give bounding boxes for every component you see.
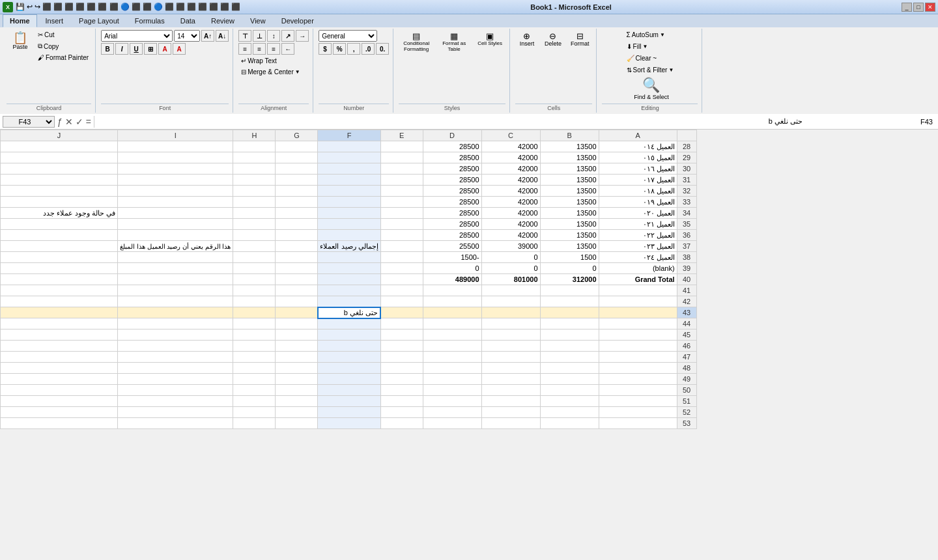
cell-H48[interactable] — [233, 363, 276, 374]
row-number-41[interactable]: 41 — [677, 285, 696, 296]
cell-E40[interactable] — [380, 274, 423, 285]
cell-I39[interactable] — [118, 263, 233, 274]
cell-F49[interactable] — [318, 374, 380, 385]
cell-B34[interactable]: 13500 — [540, 208, 599, 219]
cell-B36[interactable]: 13500 — [540, 230, 599, 241]
cell-B43[interactable] — [540, 307, 599, 318]
cell-E35[interactable] — [380, 219, 423, 230]
conditional-formatting-button[interactable]: ▤ Conditional Formatting — [399, 30, 434, 54]
cell-G32[interactable] — [276, 186, 318, 197]
cell-A40[interactable]: Grand Total — [599, 274, 677, 285]
cell-E51[interactable] — [380, 396, 423, 407]
cell-C53[interactable] — [481, 418, 540, 429]
cancel-formula-btn[interactable]: ✕ — [65, 117, 73, 127]
col-header-F[interactable]: F — [318, 130, 380, 141]
cell-J45[interactable] — [1, 329, 118, 341]
cell-B46[interactable] — [540, 341, 599, 352]
cell-J36[interactable] — [1, 230, 118, 241]
window-controls[interactable]: _ □ ✕ — [902, 3, 935, 12]
cell-D38[interactable]: -1500 — [423, 252, 481, 263]
cell-H39[interactable] — [233, 263, 276, 274]
cell-A46[interactable] — [599, 341, 677, 352]
cell-C52[interactable] — [481, 407, 540, 418]
cell-F38[interactable] — [318, 252, 380, 263]
maximize-btn[interactable]: □ — [913, 3, 924, 12]
cell-F43[interactable]: حتى نلغي b — [318, 307, 380, 318]
cell-E36[interactable] — [380, 230, 423, 241]
cell-D50[interactable] — [423, 385, 481, 396]
cell-D40[interactable]: 489000 — [423, 274, 481, 285]
tab-page-layout[interactable]: Page Layout — [72, 14, 126, 27]
cell-D44[interactable] — [423, 318, 481, 329]
cell-G42[interactable] — [276, 296, 318, 307]
cell-C31[interactable]: 42000 — [481, 175, 540, 186]
cell-I44[interactable] — [118, 318, 233, 329]
comma-btn[interactable]: , — [347, 43, 360, 55]
decrease-decimal-btn[interactable]: 0. — [376, 43, 389, 55]
cell-C49[interactable] — [481, 374, 540, 385]
cell-J38[interactable] — [1, 252, 118, 263]
cell-A34[interactable]: العميل ٠٢٠ — [599, 208, 677, 219]
cell-J41[interactable] — [1, 285, 118, 296]
col-header-J[interactable]: J — [1, 130, 118, 141]
cell-H28[interactable] — [233, 141, 276, 152]
cell-H33[interactable] — [233, 197, 276, 208]
cell-A32[interactable]: العميل ٠١٨ — [599, 186, 677, 197]
font-name-select[interactable]: Arial — [101, 30, 173, 42]
cell-F29[interactable] — [318, 152, 380, 163]
row-number-40[interactable]: 40 — [677, 274, 696, 285]
cell-H40[interactable] — [233, 274, 276, 285]
cell-G37[interactable] — [276, 241, 318, 252]
row-number-46[interactable]: 46 — [677, 341, 696, 352]
cell-H31[interactable] — [233, 175, 276, 186]
fill-button[interactable]: ⬇ Fill ▼ — [624, 42, 651, 51]
tab-home[interactable]: Home — [3, 14, 37, 27]
cell-G33[interactable] — [276, 197, 318, 208]
cell-E38[interactable] — [380, 252, 423, 263]
cell-G38[interactable] — [276, 252, 318, 263]
cell-F42[interactable] — [318, 296, 380, 307]
cell-B39[interactable]: 0 — [540, 263, 599, 274]
cell-H46[interactable] — [233, 341, 276, 352]
cell-D47[interactable] — [423, 352, 481, 363]
cell-D32[interactable]: 28500 — [423, 186, 481, 197]
cell-B47[interactable] — [540, 352, 599, 363]
cell-J46[interactable] — [1, 341, 118, 352]
cell-I38[interactable] — [118, 252, 233, 263]
cell-A50[interactable] — [599, 385, 677, 396]
cell-E28[interactable] — [380, 141, 423, 152]
cell-H35[interactable] — [233, 219, 276, 230]
cell-A45[interactable] — [599, 329, 677, 341]
cell-B48[interactable] — [540, 363, 599, 374]
cell-I40[interactable] — [118, 274, 233, 285]
cell-C45[interactable] — [481, 329, 540, 341]
cell-I47[interactable] — [118, 352, 233, 363]
cell-H29[interactable] — [233, 152, 276, 163]
cell-E32[interactable] — [380, 186, 423, 197]
cell-E46[interactable] — [380, 341, 423, 352]
cell-D28[interactable]: 28500 — [423, 141, 481, 152]
cell-A44[interactable] — [599, 318, 677, 329]
format-as-table-button[interactable]: ▦ Format as Table — [436, 30, 472, 54]
cell-C38[interactable]: 0 — [481, 252, 540, 263]
col-header-H[interactable]: H — [233, 130, 276, 141]
cell-D51[interactable] — [423, 396, 481, 407]
cell-C39[interactable]: 0 — [481, 263, 540, 274]
cell-A39[interactable]: (blank) — [599, 263, 677, 274]
cell-D29[interactable]: 28500 — [423, 152, 481, 163]
cell-F52[interactable] — [318, 407, 380, 418]
font-color-button[interactable]: A — [173, 43, 186, 55]
cell-B45[interactable] — [540, 329, 599, 341]
tab-developer[interactable]: Developer — [274, 14, 321, 27]
cell-I32[interactable] — [118, 186, 233, 197]
cell-H42[interactable] — [233, 296, 276, 307]
col-header-A[interactable]: A — [599, 130, 677, 141]
cell-H43[interactable] — [233, 307, 276, 318]
cell-D49[interactable] — [423, 374, 481, 385]
row-number-39[interactable]: 39 — [677, 263, 696, 274]
cell-C50[interactable] — [481, 385, 540, 396]
merge-center-button[interactable]: ⊟ Merge & Center ▼ — [238, 67, 303, 77]
align-bottom-btn[interactable]: ↕ — [267, 30, 280, 42]
cell-C51[interactable] — [481, 396, 540, 407]
cell-B53[interactable] — [540, 418, 599, 429]
